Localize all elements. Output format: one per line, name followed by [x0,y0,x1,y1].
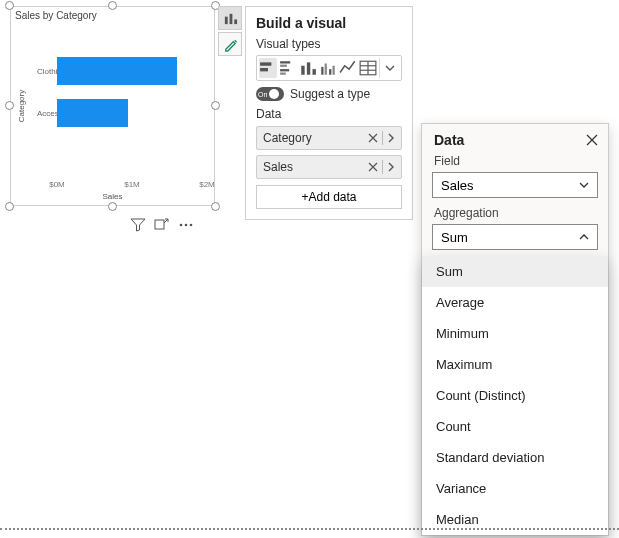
visual-types-row [256,55,402,81]
svg-rect-10 [280,65,287,67]
svg-rect-18 [329,69,331,75]
aggregation-option[interactable]: Sum [422,256,608,287]
x-tick-2: $2M [199,180,215,189]
data-popup-title: Data [434,132,464,148]
build-visual-tab[interactable] [218,6,242,30]
plot-area: Clothing Accessories [33,49,210,177]
svg-point-1 [180,224,183,227]
chevron-down-icon [579,180,589,190]
y-axis-title: Category [17,90,26,122]
field-label: Field [422,152,608,170]
svg-point-3 [190,224,193,227]
field-name: Sales [263,160,293,174]
suggest-label: Suggest a type [290,87,370,101]
resize-handle[interactable] [5,101,14,110]
filter-icon[interactable] [130,217,146,233]
svg-rect-16 [321,67,323,75]
data-popup: Data Field Sales Aggregation Sum SumAver… [421,123,609,536]
remove-field-icon[interactable] [368,162,378,172]
field-menu-icon[interactable] [387,133,395,143]
focus-mode-icon[interactable] [154,217,170,233]
remove-field-icon[interactable] [368,133,378,143]
x-axis-title: Sales [102,192,122,201]
svg-point-2 [185,224,188,227]
aggregation-select-value: Sum [441,230,468,245]
field-name: Category [263,131,312,145]
resize-handle[interactable] [108,202,117,211]
svg-rect-14 [307,62,310,74]
svg-rect-7 [260,62,271,65]
chart-card: Sales by Category Category Clothing Acce… [10,6,215,206]
visual-type-column[interactable] [299,58,317,78]
svg-rect-19 [333,66,335,75]
divider [382,160,383,174]
aggregation-option[interactable]: Minimum [422,318,608,349]
resize-handle[interactable] [5,202,14,211]
svg-rect-9 [280,61,290,63]
suggest-toggle[interactable]: On [256,87,284,101]
aggregation-option[interactable]: Count [422,411,608,442]
more-options-icon[interactable] [178,217,194,233]
x-tick-0: $0M [49,180,65,189]
bar-0 [57,57,177,85]
field-pill-category[interactable]: Category [256,126,402,150]
svg-rect-0 [155,220,164,229]
field-pill-sales[interactable]: Sales [256,155,402,179]
build-visual-panel: Build a visual Visual types On Suggest a… [245,6,413,220]
format-visual-tab[interactable] [218,32,242,56]
chevron-up-icon [579,232,589,242]
visual-types-label: Visual types [256,37,402,51]
svg-rect-11 [280,69,289,71]
data-section-label: Data [256,107,402,121]
aggregation-option[interactable]: Standard deviation [422,442,608,473]
svg-rect-4 [224,16,227,24]
suggest-row: On Suggest a type [256,87,402,101]
aggregation-option[interactable]: Count (Distinct) [422,380,608,411]
visual-toolbar [130,217,194,233]
aggregation-option[interactable]: Maximum [422,349,608,380]
field-menu-icon[interactable] [387,162,395,172]
resize-handle[interactable] [211,101,220,110]
svg-rect-5 [229,13,232,23]
aggregation-dropdown: SumAverageMinimumMaximumCount (Distinct)… [422,256,608,535]
aggregation-label: Aggregation [422,204,608,222]
aggregation-option[interactable]: Variance [422,473,608,504]
divider [382,131,383,145]
close-icon[interactable] [586,134,598,146]
resize-handle[interactable] [108,1,117,10]
field-select-value: Sales [441,178,474,193]
page-boundary [0,528,619,530]
svg-rect-15 [313,69,316,75]
visual-type-line[interactable] [339,58,357,78]
visual-type-table[interactable] [359,58,377,78]
svg-rect-12 [280,73,286,75]
chart-visual[interactable]: Sales by Category Category Clothing Acce… [10,6,215,206]
field-select[interactable]: Sales [432,172,598,198]
bar-1 [57,99,128,127]
x-tick-1: $1M [124,180,140,189]
add-data-button[interactable]: +Add data [256,185,402,209]
visual-type-clustered-bar[interactable] [279,58,297,78]
aggregation-option[interactable]: Median [422,504,608,535]
aggregation-select[interactable]: Sum [432,224,598,250]
panel-title: Build a visual [256,15,402,31]
aggregation-option[interactable]: Average [422,287,608,318]
visual-types-expand[interactable] [379,58,399,78]
visual-type-clustered-column[interactable] [319,58,337,78]
svg-rect-6 [234,19,237,24]
visual-type-stacked-bar[interactable] [259,58,277,78]
resize-handle[interactable] [5,1,14,10]
svg-rect-13 [301,66,304,75]
svg-rect-17 [325,64,327,75]
resize-handle[interactable] [211,202,220,211]
svg-rect-8 [260,68,268,71]
